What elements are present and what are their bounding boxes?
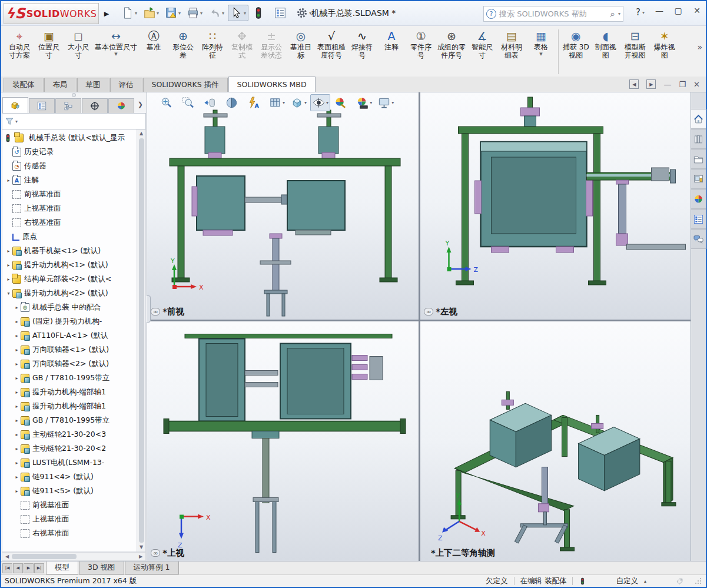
viewport-front[interactable]: YX ∞ *前视 [147,92,419,320]
model-tab[interactable]: 模型 [46,562,78,574]
minimize-button[interactable]: — [654,6,665,15]
tree-item[interactable]: 传感器 [4,159,136,173]
expand-arrow-icon[interactable]: ▸ [13,489,21,494]
tree-item[interactable]: ▸ 万向联轴器<1> (默认) [4,343,136,357]
last-tab-button[interactable]: ▶| [34,563,44,573]
tree-filter-bar[interactable]: ▾ [2,113,146,129]
expand-arrow-icon[interactable]: ▸ [13,390,21,395]
scroll-left-icon[interactable]: ◀ [2,554,12,559]
expand-arrow-icon[interactable]: ▸ [13,333,21,338]
tree-item[interactable]: ▸ 主动链轮21-30-20<3 [4,427,136,441]
balloon-button[interactable]: ① 零件序 号 ▼ [406,27,436,77]
tree-item[interactable]: 上视基准面 [4,201,136,215]
geometric-tolerance-button[interactable]: ⊕ 形位公 差 ▼ [168,27,198,77]
tree-item[interactable]: ▸ 主动链轮21-30-20<2 [4,441,136,456]
tree-item[interactable]: 右视基准面 [4,526,136,540]
maximize-button[interactable]: ▢ [673,6,683,15]
section-view-hud-button[interactable]: ▾ [223,94,243,111]
print-button[interactable]: ▾ [184,5,205,21]
tree-item[interactable]: ▸ 提升动力机构-端部轴1 [4,385,136,399]
tab-solidworks-addins[interactable]: SOLIDWORKS 插件 [143,78,228,92]
undo-button[interactable]: ▾ [206,5,227,21]
tree-item[interactable]: ▸ AT110FL-A<1> (默认 [4,328,136,343]
tree-item[interactable]: 历史记录 [4,145,136,159]
hide-show-items-button[interactable]: ▾ [310,94,330,111]
expand-arrow-icon[interactable]: ▸ [13,460,21,466]
first-tab-button[interactable]: |◀ [2,563,12,573]
viewport-left[interactable]: YZ ∞ *左视 [420,92,691,320]
tree-item[interactable]: ▾ 提升动力机构<2> (默认) [4,286,136,300]
tree-item[interactable]: 原点 [4,230,136,244]
section-view-button[interactable]: ◖ 剖面视 图 ▼ [591,27,620,77]
new-document-button[interactable]: ▾ [119,5,140,21]
dimxpertmanager-tab[interactable] [82,98,108,113]
hscroll-thumb[interactable] [12,554,77,559]
motion-study-tab[interactable]: 运动算例 1 [125,562,179,574]
featuremanager-design-tree-tab[interactable] [2,97,28,113]
view-settings-button[interactable]: ▾ [376,94,396,111]
view-palette-tab[interactable] [691,169,706,189]
save-button[interactable]: ▾ [162,5,183,21]
location-dimension-button[interactable]: ▣ 位置尺 寸 ▼ [34,27,64,77]
help-button[interactable]: ?▾ [636,7,645,18]
previous-tab-button[interactable]: ◀ [13,563,23,573]
tree-item[interactable]: 前视基准面 [4,187,136,201]
options-button[interactable]: ▾ [293,5,314,21]
tree-item[interactable]: ▸ 机器手机架<1> (默认) [4,244,136,258]
tree-item[interactable]: 上视基准面 [4,512,136,526]
command-list-button[interactable]: ▾ [271,5,292,21]
capture-3d-view-button[interactable]: ◉ 捕获 3D 视图 ▼ [561,27,591,77]
status-dropdown-icon[interactable]: ▴ [644,579,646,584]
tab-solidworks-mbd[interactable]: SOLIDWORKS MBD [228,77,316,92]
panel-grip[interactable] [1,92,147,97]
tab-assembly[interactable]: 装配体 [4,78,44,92]
panel-collapse-handle[interactable] [147,295,151,323]
tree-item[interactable]: ▸ 链911<4> (默认) [4,470,136,484]
bill-of-materials-button[interactable]: ▤ 材料明 细表 ▼ [497,27,526,77]
ribbon-overflow-chevron[interactable]: » [697,42,702,52]
displaymanager-tab[interactable] [108,98,134,113]
expand-arrow-icon[interactable]: ▸ [13,347,21,353]
appearances-tab[interactable] [691,189,706,209]
custom-properties-tab[interactable] [691,209,706,229]
model-break-view-button[interactable]: ⊟ 模型断 开视图 ▼ [620,27,650,77]
expand-arrow-icon[interactable]: ▸ [13,319,21,324]
expand-arrow-icon[interactable]: ▸ [13,446,21,451]
weld-symbol-button[interactable]: ∿ 焊接符 号 ▼ [347,27,377,77]
search-icon[interactable]: ⌕ [610,9,615,19]
resize-grip[interactable] [694,577,702,585]
expand-arrow-icon[interactable]: ▾ [5,291,12,296]
expand-arrow-icon[interactable]: ▸ [13,361,21,367]
tree-item[interactable]: ▸ 链911<5> (默认) [4,484,136,498]
apply-scene-button[interactable]: ▾ [354,94,374,111]
task-pane-home-tab[interactable] [691,109,706,129]
previous-view-button[interactable]: ▾ [201,94,221,111]
zoom-to-fit-button[interactable]: ▾ [158,94,178,111]
exploded-view-button[interactable]: ✶ 爆炸视 图 ▼ [650,27,679,77]
tree-item[interactable]: ▸ 提升动力机构-端部轴1 [4,399,136,413]
dynamic-annotation-views-button[interactable]: ▾ [245,94,265,111]
scroll-up-icon[interactable]: ▲ [140,129,143,138]
doc-close-button[interactable]: ✕ [693,80,700,89]
pattern-feature-button[interactable]: ∷ 阵列特 征 ▼ [198,27,227,77]
tolerance-status-button[interactable]: ± 显示公 差状态 ▼ [257,27,286,77]
fm-tabs-overflow-chevron[interactable]: ❯ [138,101,143,108]
surface-finish-button[interactable]: √ 表面粗糙 度符号 ▼ [316,27,347,77]
expand-arrow-icon[interactable]: ▸ [13,376,21,381]
expand-arrow-icon[interactable]: ▸ [13,305,21,310]
expand-arrow-icon[interactable]: ▸ [5,248,12,254]
scroll-right-icon[interactable]: ▶ [136,554,145,559]
filter-dropdown-icon[interactable]: ▾ [15,119,18,124]
tab-layout[interactable]: 布局 [44,78,77,92]
scroll-thumb[interactable] [139,138,144,543]
tree-item[interactable]: ▸ GB / T7810-1995带立 [4,413,136,427]
toolbar-flyout-arrow-icon[interactable]: ▶ [102,7,111,20]
tree-item[interactable]: ▸ 提升动力机构<1> (默认) [4,258,136,272]
basic-location-dimension-button[interactable]: ↔ 基本位置尺寸 ▼ [93,27,139,77]
next-tab-button[interactable]: ▶ [24,563,34,573]
tree-item[interactable]: ▸ (固定) 提升动力机构- [4,314,136,328]
datum-button[interactable]: Ⓐ 基准 ▼ [139,27,168,77]
datum-target-button[interactable]: ◎ 基准目 标 ▼ [286,27,316,77]
copy-mode-button[interactable]: ✥ 复制模 式 ▼ [227,27,257,77]
tag-icon[interactable] [676,577,683,585]
